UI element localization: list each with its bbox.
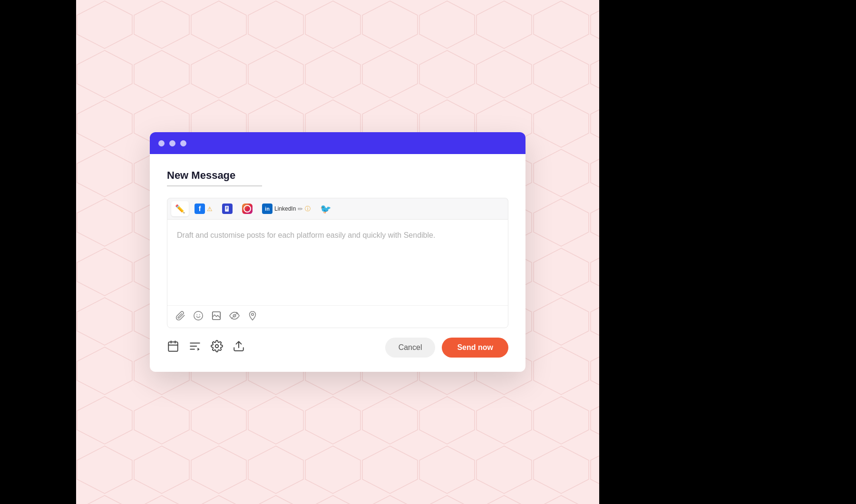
settings-icon[interactable] <box>211 340 223 355</box>
screen: New Message ✏️ f ⚠ <box>0 0 856 504</box>
tab-instagram[interactable] <box>238 201 256 216</box>
compose-area: Draft and customise posts for each platf… <box>167 219 508 328</box>
svg-point-7 <box>196 314 197 315</box>
linkedin-icon: in <box>262 204 272 214</box>
facebook-icon: f <box>195 204 205 214</box>
preview-icon[interactable] <box>229 310 240 323</box>
twitter-icon: 🐦 <box>320 204 331 214</box>
pencil-icon: ✏️ <box>175 204 185 214</box>
facebook-warning-icon: ⚠ <box>207 205 213 213</box>
compose-placeholder[interactable]: Draft and customise posts for each platf… <box>167 220 508 305</box>
left-panel <box>0 0 76 504</box>
tab-pages[interactable] <box>218 201 236 216</box>
instagram-icon <box>242 204 253 214</box>
calendar-icon[interactable] <box>167 340 179 355</box>
linkedin-pencil-icon: ✏ <box>298 205 303 213</box>
tab-linkedin[interactable]: in LinkedIn ✏ ⓘ <box>258 201 314 216</box>
location-icon[interactable] <box>247 310 258 323</box>
svg-point-6 <box>194 311 203 320</box>
traffic-dot-2 <box>169 140 175 146</box>
svg-rect-3 <box>226 207 228 207</box>
upload-icon[interactable] <box>233 340 245 355</box>
attachment-icon[interactable] <box>175 310 185 323</box>
title-divider <box>167 185 262 186</box>
queues-icon[interactable] <box>189 340 201 355</box>
traffic-dot-3 <box>180 140 186 146</box>
tab-twitter[interactable]: 🐦 <box>316 201 335 216</box>
bottom-actions: Cancel Send now <box>167 338 508 358</box>
platform-tabs: ✏️ f ⚠ <box>167 198 508 219</box>
svg-rect-4 <box>226 208 228 208</box>
tab-facebook[interactable]: f ⚠ <box>191 201 216 216</box>
compose-toolbar <box>167 305 508 328</box>
emoji-icon[interactable] <box>193 310 204 323</box>
media-icon[interactable] <box>211 310 222 323</box>
cancel-button[interactable]: Cancel <box>385 338 436 358</box>
bottom-right-buttons: Cancel Send now <box>385 338 508 358</box>
send-now-button[interactable]: Send now <box>442 338 508 358</box>
svg-point-13 <box>215 345 219 348</box>
linkedin-label: LinkedIn <box>274 205 296 212</box>
modal-overlay: New Message ✏️ f ⚠ <box>76 0 599 504</box>
window-body: New Message ✏️ f ⚠ <box>150 154 525 372</box>
traffic-dot-1 <box>158 140 165 146</box>
svg-point-11 <box>252 313 254 316</box>
linkedin-info-icon: ⓘ <box>305 205 311 213</box>
svg-point-8 <box>199 314 200 315</box>
bottom-left-actions <box>167 340 245 355</box>
svg-rect-12 <box>168 342 178 351</box>
pages-icon <box>222 204 233 214</box>
tab-all[interactable]: ✏️ <box>171 201 189 216</box>
window-title: New Message <box>167 169 508 182</box>
compose-window: New Message ✏️ f ⚠ <box>150 132 525 372</box>
svg-rect-5 <box>226 209 227 209</box>
window-titlebar <box>150 132 525 154</box>
right-panel <box>599 0 856 504</box>
